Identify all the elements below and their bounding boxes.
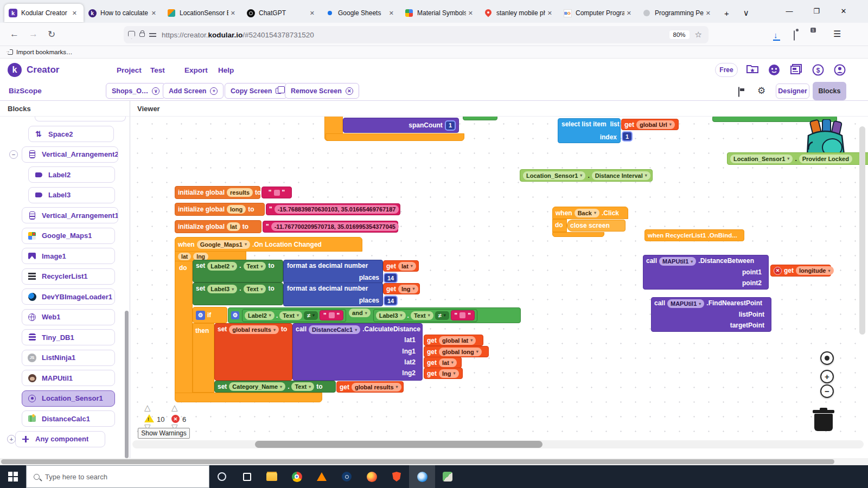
settings-gear-icon[interactable]: ⚙: [757, 85, 765, 97]
param-pill[interactable]: lng: [193, 253, 208, 260]
canvas-hscroll-thumb[interactable]: [255, 441, 542, 448]
tab-close-icon[interactable]: ✕: [387, 9, 396, 18]
orange-block-fragment[interactable]: [326, 133, 464, 141]
blocks-canvas[interactable]: spanCount 1 select list item list index …: [130, 117, 868, 458]
get-global-lat-block[interactable]: getglobal lat: [424, 335, 483, 346]
browser-hscroll-thumb[interactable]: [1, 459, 834, 464]
sidebar-item-recyclerlist1[interactable]: RecyclerList1: [22, 268, 115, 285]
downloads-icon[interactable]: ↓: [774, 30, 778, 40]
get-longitude-error-block[interactable]: ✕ get longitude: [770, 265, 831, 277]
component-pill[interactable]: Label2: [245, 311, 275, 320]
format-decimal-block[interactable]: format as decimal number places: [283, 282, 383, 306]
sidebar-item-location-sensor1[interactable]: Location_Sensor1: [22, 390, 115, 407]
get-lng-block[interactable]: getlng: [424, 368, 463, 379]
collapse-icon[interactable]: −: [9, 150, 18, 159]
remove-screen-button[interactable]: Remove Screen✕: [285, 83, 359, 99]
component-pill[interactable]: MAPUtil1: [659, 257, 696, 266]
menu-test[interactable]: Test: [150, 66, 165, 74]
property-pill[interactable]: Provider Locked: [799, 155, 852, 163]
call-calculate-distance-block[interactable]: call DistanceCalc1 .CalculateDistance la…: [292, 323, 423, 381]
component-pill[interactable]: Location_Sensor1: [523, 171, 585, 180]
browser-hscroll-track[interactable]: [0, 458, 868, 465]
sidebar-item-distancecalc1[interactable]: DistanceCalc1: [22, 410, 115, 427]
back-button[interactable]: ←: [10, 29, 19, 40]
add-screen-button[interactable]: Add Screen+: [163, 83, 224, 99]
sidebar-item-tinydb1[interactable]: Tiny_DB1: [22, 329, 115, 345]
center-blocks-button[interactable]: [820, 351, 834, 365]
warning-up-icon[interactable]: △: [144, 403, 151, 413]
index-number-block[interactable]: 1: [622, 131, 633, 142]
account-icon[interactable]: [834, 64, 846, 76]
variable-pill[interactable]: longitude: [796, 266, 834, 275]
property-pill[interactable]: Text: [411, 311, 433, 320]
forward-button[interactable]: →: [29, 29, 38, 40]
tab-how-to-calculate[interactable]: k How to calculate ✕: [84, 4, 163, 22]
compare-label3-block[interactable]: Label3 . Text ≠: [373, 309, 477, 322]
lock-icon[interactable]: [139, 33, 145, 37]
places-number-block[interactable]: 14: [384, 296, 398, 306]
string-block-long[interactable]: -15.768839870630103, 35.01665469767187: [266, 203, 400, 215]
sidebar-item-maputil1[interactable]: MAPUtil1: [22, 370, 115, 386]
close-screen-block[interactable]: close screen: [567, 220, 626, 232]
window-maximize-button[interactable]: ❐: [804, 0, 829, 22]
sidebar-item-label2[interactable]: Label2: [28, 166, 115, 183]
plan-badge[interactable]: Free: [715, 63, 738, 77]
firefox-icon[interactable]: [359, 465, 384, 488]
component-pill[interactable]: Label3: [207, 285, 237, 293]
sidebar-item-google-maps1[interactable]: Google_Maps1: [22, 228, 115, 244]
tab-close-icon[interactable]: ✕: [624, 9, 634, 18]
empty-string-block[interactable]: [320, 310, 343, 320]
get-global-url-block[interactable]: getglobal Url: [621, 119, 679, 130]
component-pill[interactable]: Location_Sensor1: [730, 155, 793, 163]
set-global-results-block[interactable]: set global results to: [214, 323, 292, 381]
variable-name-pill[interactable]: lat: [227, 222, 240, 231]
set-label3-text-block[interactable]: set Label3 . Text to: [193, 282, 283, 305]
taskbar-search[interactable]: Type here to search: [26, 465, 209, 488]
and-condition-block[interactable]: ⚙ Label2 . Text ≠ and Label3 . Text ≠: [228, 307, 521, 323]
new-tab-button[interactable]: +: [717, 4, 736, 22]
component-pill[interactable]: Label3: [376, 311, 406, 320]
tab-close-icon[interactable]: ✕: [308, 9, 317, 18]
bookmark-star-icon[interactable]: ☆: [695, 30, 702, 40]
variable-pill[interactable]: lat: [439, 358, 457, 367]
sidebar-item-image1[interactable]: Image1: [22, 248, 115, 264]
chrome-icon[interactable]: [284, 465, 309, 488]
variable-pill[interactable]: lng: [398, 285, 418, 293]
call-find-nearest-point-block[interactable]: call MAPUtil1 .FindNearestPoint listPoin…: [651, 297, 771, 332]
menu-help[interactable]: Help: [218, 66, 234, 74]
variable-pill[interactable]: global lat: [439, 336, 476, 345]
tracking-shield-icon[interactable]: [128, 31, 135, 39]
compare-label2-block[interactable]: Label2 . Text ≠: [242, 309, 346, 322]
cortana-icon[interactable]: [209, 465, 234, 488]
empty-string-block[interactable]: [261, 187, 292, 198]
get-lng-block[interactable]: getlng: [383, 283, 420, 294]
variable-name-pill[interactable]: long: [227, 205, 246, 214]
vlc-icon[interactable]: [309, 465, 334, 488]
sidebar-item-listninja1[interactable]: JSListNinja1: [22, 350, 115, 366]
variable-pill[interactable]: global long: [439, 348, 482, 356]
tab-close-icon[interactable]: ✕: [228, 9, 238, 18]
set-label2-text-block[interactable]: set Label2 . Text to: [193, 260, 283, 282]
project-name[interactable]: BizScope: [9, 87, 42, 95]
import-bookmarks-link[interactable]: Import bookmarks…: [16, 49, 73, 55]
property-pill[interactable]: Distance Interval: [592, 171, 650, 180]
reload-button[interactable]: ↻: [48, 29, 55, 40]
news-icon[interactable]: [790, 64, 802, 75]
sidebar-item-web1[interactable]: Web1: [22, 309, 115, 325]
param-pill[interactable]: lat: [178, 253, 191, 260]
init-global-results-block[interactable]: initialize globalresultsto: [175, 186, 260, 199]
extensions-puzzle-icon[interactable]: [794, 31, 795, 41]
when-recyclerlist-collapsed-block[interactable]: when RecyclerList1 .OnBind...: [644, 229, 744, 241]
url-bar[interactable]: https://creator.kodular.io/#524015437873…: [124, 26, 709, 43]
tab-close-icon[interactable]: ✕: [70, 9, 79, 18]
init-global-lat-block[interactable]: initialize globallatto: [175, 220, 261, 233]
component-pill[interactable]: Google_Maps1: [197, 240, 250, 249]
variable-name-pill[interactable]: results: [227, 188, 253, 197]
kodular-logo[interactable]: k: [8, 63, 22, 77]
component-pill[interactable]: DistanceCalc1: [309, 325, 360, 334]
error-up-icon[interactable]: △: [171, 403, 178, 413]
green-block-fragment[interactable]: [463, 117, 497, 120]
component-pill[interactable]: Category_Name: [229, 382, 285, 391]
tab-close-icon[interactable]: ✕: [149, 9, 158, 18]
distance-interval-block[interactable]: Location_Sensor1 . Distance Interval: [520, 169, 653, 182]
